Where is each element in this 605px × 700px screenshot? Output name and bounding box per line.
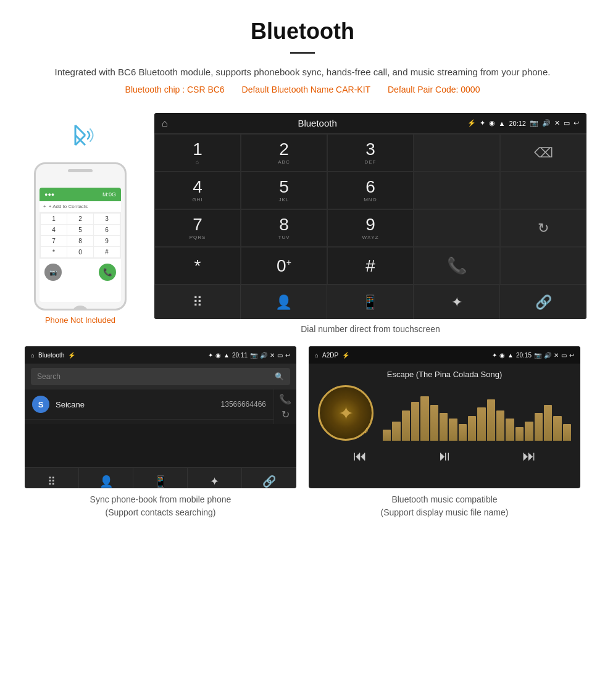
- music-x-icon: ✕: [554, 352, 559, 359]
- pb-bottom-link[interactable]: 🔗: [242, 468, 296, 488]
- pb-app-name: Bluetooth: [38, 352, 64, 359]
- backspace-icon: ⌫: [534, 145, 553, 161]
- volume-icon: 🔊: [542, 119, 551, 127]
- pb-win-icon: ▭: [277, 352, 283, 359]
- dial-key-0[interactable]: 0+: [241, 247, 327, 285]
- eq-bar: [468, 416, 476, 441]
- dial-key-4[interactable]: 4 GHI: [154, 172, 241, 209]
- music-caption-line2: (Support display music file name): [381, 507, 509, 517]
- play-pause-button[interactable]: ⏯: [438, 448, 451, 464]
- pb-loc-icon: ◉: [215, 352, 221, 359]
- pb-empty-space: [25, 424, 296, 467]
- eq-bar: [477, 407, 485, 441]
- dial-refresh[interactable]: ↻: [500, 209, 586, 247]
- dial-backspace[interactable]: ⌫: [500, 134, 586, 172]
- back-icon: ↩: [574, 119, 579, 127]
- pb-bottom-grid[interactable]: ⠿: [25, 468, 79, 488]
- dial-empty-1: [414, 172, 500, 209]
- phone-key-star: *: [41, 247, 67, 257]
- music-status-right: ✦ ◉ ▲ 20:15 📷 🔊 ✕ ▭ ↩: [492, 352, 574, 359]
- dial-key-8[interactable]: 8 TUV: [241, 209, 327, 247]
- pb-right-refresh-icon[interactable]: ↻: [282, 409, 290, 420]
- pb-time: 20:11: [232, 352, 248, 359]
- phone-key-5: 5: [67, 225, 93, 235]
- svg-line-1: [75, 125, 85, 135]
- signal-icon: ▲: [499, 120, 506, 127]
- pb-cam-icon: 📷: [250, 352, 257, 359]
- music-song-title: Escape (The Pina Colada Song): [387, 370, 502, 379]
- music-time: 20:15: [516, 352, 532, 359]
- pb-bottom-bt[interactable]: ✦: [188, 468, 242, 488]
- eq-bar: [553, 416, 561, 441]
- dialpad-grid: 1 ⌂ 2 ABC 3 DEF ⌫ 4 GHI: [154, 134, 586, 285]
- music-usb-icon: ⚡: [342, 352, 349, 359]
- phone-key-hash: #: [94, 247, 120, 257]
- pb-contact-list: S Seicane 13566664466: [25, 390, 273, 424]
- bluetooth-waves-icon: [56, 113, 105, 162]
- bottom-person-icon[interactable]: 👤: [241, 285, 327, 319]
- music-caption: Bluetooth music compatible (Support disp…: [375, 488, 515, 524]
- dial-key-7[interactable]: 7 PQRS: [154, 209, 241, 247]
- pb-caption-line1: Sync phone-book from mobile phone: [90, 494, 232, 504]
- eq-bar: [563, 424, 571, 441]
- dial-key-star[interactable]: *: [154, 247, 241, 285]
- pb-contact-row[interactable]: S Seicane 13566664466: [25, 390, 273, 420]
- pb-bottom-phone[interactable]: 📱: [133, 468, 188, 488]
- music-wrap: ⌂ A2DP ⚡ ✦ ◉ ▲ 20:15 📷 🔊 ✕ ▭ ↩ Escape: [302, 346, 586, 524]
- phone-key-4: 4: [41, 225, 67, 235]
- phonebook-screen: ⌂ Bluetooth ⚡ ✦ ◉ ▲ 20:11 📷 🔊 ✕ ▭ ↩: [25, 346, 296, 488]
- search-icon: 🔍: [275, 372, 284, 381]
- eq-bar: [440, 413, 448, 441]
- pb-search-input[interactable]: Search 🔍: [31, 368, 290, 385]
- phone-key-6: 6: [94, 225, 120, 235]
- time-display: 20:12: [509, 120, 526, 127]
- phone-dialpad: 1 2 3 4 5 6 7 8 9 * 0 #: [40, 212, 121, 259]
- dial-key-1[interactable]: 1 ⌂: [154, 134, 241, 172]
- phone-signal-icon: ●●●: [44, 191, 54, 198]
- phone-key-3: 3: [94, 214, 120, 224]
- eq-bar: [544, 405, 552, 441]
- plus-icon: +: [43, 204, 46, 209]
- eq-bar: [411, 402, 419, 441]
- dial-key-2[interactable]: 2 ABC: [241, 134, 327, 172]
- contact-number: 13566664466: [221, 400, 266, 409]
- music-bt-status-icon: ✦: [492, 352, 497, 359]
- pb-bottom-bar: ⠿ 👤 📱 ✦ 🔗: [25, 467, 296, 488]
- phone-not-included-label: Phone Not Included: [45, 315, 115, 325]
- pb-back-icon: ↩: [285, 352, 290, 359]
- bottom-phone-icon[interactable]: 📱: [327, 285, 414, 319]
- phonebook-wrap: ⌂ Bluetooth ⚡ ✦ ◉ ▲ 20:11 📷 🔊 ✕ ▭ ↩: [19, 346, 302, 524]
- prev-button[interactable]: ⏮: [353, 448, 367, 464]
- eq-bar: [449, 419, 457, 441]
- pb-right-phone-icon[interactable]: 📞: [279, 393, 291, 405]
- search-placeholder: Search: [37, 372, 60, 381]
- music-status-left: ⌂ A2DP ⚡: [315, 352, 349, 359]
- spec-name: Default Bluetooth Name CAR-KIT: [242, 85, 371, 94]
- next-button[interactable]: ⏭: [522, 448, 536, 464]
- pb-home-icon: ⌂: [31, 352, 35, 359]
- pb-bottom-person[interactable]: 👤: [79, 468, 133, 488]
- bottom-grid-icon[interactable]: ⠿: [154, 285, 241, 319]
- contact-name: Seicane: [56, 400, 215, 409]
- eq-bar: [515, 427, 524, 441]
- phone-mockup: ●●● M:0G + + Add to Contacts 1 2 3 4 5 6…: [34, 162, 127, 310]
- dial-key-hash[interactable]: #: [327, 247, 414, 285]
- refresh-icon: ↻: [538, 220, 549, 236]
- bottom-bluetooth-icon[interactable]: ✦: [414, 285, 500, 319]
- spec-text: Bluetooth chip : CSR BC6 Default Bluetoo…: [49, 85, 556, 94]
- dial-key-9[interactable]: 9 WXYZ: [327, 209, 414, 247]
- dial-key-3[interactable]: 3 DEF: [327, 134, 414, 172]
- eq-bar: [496, 410, 504, 441]
- dial-screenshot: ⌂ Bluetooth ⚡ ✦ ◉ ▲ 20:12 📷 🔊 ✕ ▭ ↩: [154, 113, 586, 319]
- bluetooth-status-icon: ✦: [480, 119, 485, 127]
- bottom-screenshots-row: ⌂ Bluetooth ⚡ ✦ ◉ ▲ 20:11 📷 🔊 ✕ ▭ ↩: [0, 346, 605, 524]
- phone-key-8: 8: [67, 236, 93, 246]
- bottom-link-icon[interactable]: 🔗: [500, 285, 586, 319]
- pb-x-icon: ✕: [270, 352, 275, 359]
- music-status-bar: ⌂ A2DP ⚡ ✦ ◉ ▲ 20:15 📷 🔊 ✕ ▭ ↩: [309, 346, 580, 364]
- dial-call-green[interactable]: 📞: [414, 247, 500, 285]
- dial-app-name: Bluetooth: [298, 118, 336, 128]
- album-art: ✦ ♪: [318, 385, 373, 441]
- dial-key-6[interactable]: 6 MNO: [327, 172, 414, 209]
- dial-key-5[interactable]: 5 JKL: [241, 172, 327, 209]
